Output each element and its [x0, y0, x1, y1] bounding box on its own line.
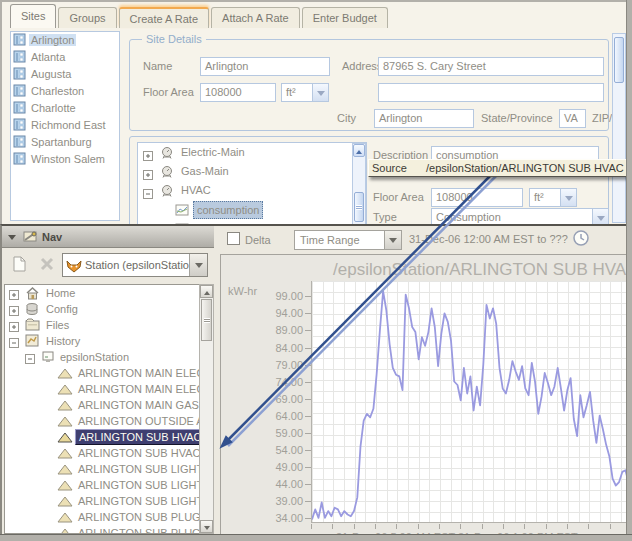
floor-area-unit-combo[interactable]: ft²: [281, 83, 329, 102]
meter-tree-scrollbar[interactable]: [352, 143, 366, 225]
nav-row-config[interactable]: Config: [5, 301, 214, 317]
nav-history-item[interactable]: ARLINGTON SUB HVAC C: [5, 429, 214, 445]
chevron-down-icon[interactable]: [189, 254, 207, 276]
chevron-down-icon[interactable]: [560, 189, 576, 206]
window-frame-bottom: [0, 534, 632, 541]
site-details-group: Site Details Name Arlington Address 8796…: [129, 39, 609, 131]
site-row[interactable]: Augusta: [11, 66, 119, 83]
plus-box-icon[interactable]: [9, 288, 19, 301]
meter-tree-row[interactable]: HVAC: [138, 181, 366, 200]
scroll-down-icon[interactable]: [200, 520, 213, 533]
chart-panel: Delta Time Range 31-Dec-06 12:00 AM EST …: [217, 226, 632, 541]
meter-tree-row[interactable]: Electric-Main: [138, 143, 366, 162]
source-row[interactable]: Source /epsilonStation/ARLINGTON SUB HVA…: [368, 159, 632, 177]
meter-unit-combo[interactable]: ft²: [529, 188, 577, 207]
minus-box-icon[interactable]: [9, 336, 19, 349]
state-field[interactable]: VA: [559, 109, 586, 128]
chevron-down-icon[interactable]: [312, 84, 328, 101]
chevron-down-icon[interactable]: [384, 231, 401, 249]
nav-history-item[interactable]: ARLINGTON MAIN GAS C: [5, 397, 214, 413]
y-tick-label: 94.00: [247, 307, 303, 319]
delete-x-icon[interactable]: [38, 255, 58, 275]
form-scrollbar-thumb[interactable]: [614, 37, 624, 83]
history-triangle-icon: [57, 367, 73, 381]
address-field[interactable]: 87965 S. Cary Street: [378, 57, 604, 76]
meter-tree-scrollbar-thumb[interactable]: [354, 192, 364, 222]
meter-tree[interactable]: Electric-MainGas-MainHVACconsumptiondema…: [137, 142, 367, 226]
history-triangle-icon: [57, 383, 73, 397]
tab-enter-budget[interactable]: Enter Budget: [302, 7, 388, 28]
site-row[interactable]: Atlanta: [11, 49, 119, 66]
history-triangle-icon: [57, 495, 73, 509]
y-tick-label: 69.00: [247, 393, 303, 405]
minus-box-icon[interactable]: [25, 352, 35, 365]
station-combo[interactable]: Station (epsilonStation): [62, 253, 208, 277]
meter-floor-area-label: Floor Area: [373, 191, 424, 203]
new-document-icon[interactable]: [10, 255, 30, 275]
meter-floor-area-field[interactable]: 108000: [431, 188, 523, 207]
y-tick-label: 64.00: [247, 410, 303, 422]
nav-history-item[interactable]: ARLINGTON SUB LIGHTING D: [5, 477, 214, 493]
scroll-up-icon[interactable]: [353, 144, 365, 157]
site-row[interactable]: Charleston: [11, 83, 119, 100]
building-icon: [13, 33, 26, 46]
name-field[interactable]: Arlington: [200, 57, 330, 76]
site-list[interactable]: ArlingtonAtlantaAugustaCharlestonCharlot…: [10, 31, 120, 221]
nav-tree-scrollbar-thumb[interactable]: [201, 299, 212, 341]
nav-row-history[interactable]: History: [5, 333, 214, 349]
address2-field[interactable]: [378, 83, 604, 102]
history-triangle-icon: [57, 511, 73, 525]
y-tick-label: 89.00: [247, 324, 303, 336]
config-icon: [25, 302, 39, 317]
nav-tree[interactable]: HomeConfigFilesHistoryepsilonStationARLI…: [4, 284, 214, 534]
nav-history-item[interactable]: ARLINGTON SUB LIGHTING C: [5, 461, 214, 477]
form-scrollbar[interactable]: [612, 33, 626, 223]
nav-title-bar[interactable]: Nav: [2, 226, 214, 248]
workbench-window: Nav Station (epsilonStation) HomeConfigF…: [0, 224, 632, 541]
nav-row-files[interactable]: Files: [5, 317, 214, 333]
site-row[interactable]: Winston Salem: [11, 151, 119, 168]
y-tick-label: 44.00: [247, 478, 303, 490]
time-range-text: 31-Dec-06 12:00 AM EST to ???: [409, 233, 568, 245]
nav-tree-scrollbar[interactable]: [199, 284, 214, 534]
nav-row-station[interactable]: epsilonStation: [5, 349, 214, 365]
nav-history-item[interactable]: ARLINGTON MAIN ELECTRIC C: [5, 365, 214, 381]
building-icon: [13, 50, 26, 63]
nav-history-item[interactable]: ARLINGTON SUB PLUG D: [5, 525, 214, 534]
home-icon: [25, 286, 40, 301]
plus-box-icon[interactable]: [9, 304, 19, 317]
nav-history-item[interactable]: ARLINGTON SUB LIGHTING E: [5, 493, 214, 509]
tab-sites[interactable]: Sites: [10, 4, 56, 28]
floor-area-field[interactable]: 108000: [200, 83, 276, 102]
site-row[interactable]: Arlington: [11, 32, 119, 49]
scroll-up-icon[interactable]: [200, 285, 213, 298]
state-label: State/Province: [481, 112, 553, 124]
nav-history-item[interactable]: ARLINGTON SUB HVAC D: [5, 445, 214, 461]
tab-groups[interactable]: Groups: [58, 7, 116, 28]
site-row[interactable]: Charlotte: [11, 100, 119, 117]
source-label: Source: [372, 160, 407, 176]
meter-tree-row[interactable]: Gas-Main: [138, 162, 366, 181]
building-icon: [13, 84, 26, 97]
city-field[interactable]: Arlington: [374, 109, 474, 128]
tab-create-a-rate[interactable]: Create A Rate: [119, 7, 210, 28]
nav-panel: Nav Station (epsilonStation) HomeConfigF…: [2, 226, 214, 541]
clock-icon[interactable]: [573, 230, 590, 249]
type-label: Type: [373, 211, 397, 223]
meter-tree-row[interactable]: consumption: [138, 200, 366, 219]
nav-row-home[interactable]: Home: [5, 285, 214, 301]
station-combo-value: Station (epsilonStation): [85, 254, 199, 276]
tab-bar: SitesGroupsCreate A RateAttach A RateEnt…: [10, 4, 390, 28]
y-tick-label: 79.00: [247, 359, 303, 371]
site-row[interactable]: Richmond East: [11, 117, 119, 134]
site-row[interactable]: Spartanburg: [11, 134, 119, 151]
tab-attach-a-rate[interactable]: Attach A Rate: [211, 7, 300, 28]
delta-checkbox[interactable]: [227, 232, 240, 245]
building-icon: [13, 152, 26, 165]
nav-history-item[interactable]: ARLINGTON OUTSIDE AIR TEMP: [5, 413, 214, 429]
time-range-combo[interactable]: Time Range: [294, 230, 402, 250]
nav-history-item[interactable]: ARLINGTON SUB PLUG C: [5, 509, 214, 525]
collapse-triangle-icon[interactable]: [8, 235, 16, 244]
nav-history-item[interactable]: ARLINGTON MAIN ELECTRIC D: [5, 381, 214, 397]
plus-box-icon[interactable]: [9, 320, 19, 333]
